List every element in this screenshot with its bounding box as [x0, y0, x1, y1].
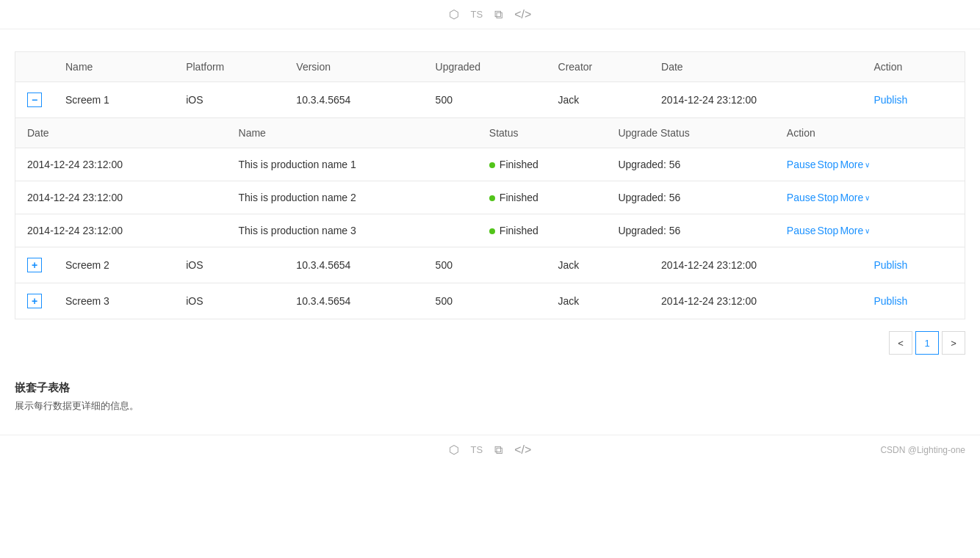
row2-date: 2014-12-24 23:12:00	[649, 247, 862, 283]
expand-button-3[interactable]: +	[27, 294, 42, 308]
action-links-2: Pause Stop More ∨	[787, 192, 953, 203]
sub-col-action: Action	[775, 118, 965, 148]
more-button-3[interactable]: More ∨	[840, 225, 870, 236]
sub-row3-name: This is production name 3	[227, 214, 478, 247]
sub-table-cell: Date Name Status Upgrade Status Action 2…	[15, 118, 965, 247]
row1-platform: iOS	[174, 82, 284, 118]
sub-table-row: 2014-12-24 23:12:00 This is production n…	[15, 214, 965, 247]
pause-button-1[interactable]: Pause	[787, 159, 816, 170]
more-button-2[interactable]: More ∨	[840, 192, 870, 203]
row1-creator: Jack	[547, 82, 650, 118]
sub-row1-upgrade-status: Upgraded: 56	[606, 148, 774, 181]
footer-title: 嵌套子表格	[15, 381, 965, 395]
col-date: Date	[649, 52, 862, 82]
publish-button-3[interactable]: Publish	[873, 295, 907, 307]
more-button-1[interactable]: More ∨	[840, 159, 870, 170]
prev-page-button[interactable]: <	[889, 331, 912, 355]
status-dot-2	[489, 195, 495, 201]
expand-cell-1: −	[15, 82, 54, 118]
row3-platform: iOS	[174, 283, 284, 319]
col-action: Action	[862, 52, 965, 82]
row1-version: 10.3.4.5654	[284, 82, 423, 118]
pause-button-2[interactable]: Pause	[787, 192, 816, 203]
row3-upgraded: 500	[424, 283, 547, 319]
col-platform: Platform	[174, 52, 284, 82]
sub-col-upgrade-status: Upgrade Status	[606, 118, 774, 148]
action-links-3: Pause Stop More ∨	[787, 225, 953, 236]
sub-row1-status: Finished	[478, 148, 607, 181]
sub-table-body: 2014-12-24 23:12:00 This is production n…	[15, 148, 965, 247]
sub-row3-upgrade-status: Upgraded: 56	[606, 214, 774, 247]
page-1-button[interactable]: 1	[915, 331, 939, 355]
bottom-copy-icon[interactable]: ⧉	[494, 443, 502, 457]
pause-button-3[interactable]: Pause	[787, 225, 816, 236]
chevron-down-icon-3: ∨	[865, 227, 870, 235]
expand-button-1[interactable]: −	[27, 93, 42, 107]
publish-button-1[interactable]: Publish	[873, 94, 907, 106]
sub-table-row: 2014-12-24 23:12:00 This is production n…	[15, 148, 965, 181]
sep1: Stop	[818, 159, 839, 170]
chevron-down-icon-1: ∨	[865, 161, 870, 169]
status-dot-3	[489, 228, 495, 234]
col-expand	[15, 52, 54, 82]
sub-row2-date: 2014-12-24 23:12:00	[15, 181, 227, 214]
table-row-2: + Screem 2 iOS 10.3.4.5654 500 Jack 2014…	[15, 247, 965, 283]
row1-name: Screem 1	[54, 82, 174, 118]
main-table: Name Platform Version Upgraded Creator D…	[15, 51, 965, 319]
sub-row2-action: Pause Stop More ∨	[775, 181, 965, 214]
sub-row3-action: Pause Stop More ∨	[775, 214, 965, 247]
sep2: Stop	[818, 192, 839, 203]
sub-table-row: 2014-12-24 23:12:00 This is production n…	[15, 181, 965, 214]
next-page-button[interactable]: >	[942, 331, 965, 355]
col-upgraded: Upgraded	[424, 52, 547, 82]
copy-icon[interactable]: ⧉	[494, 8, 502, 21]
footer-description: 嵌套子表格 展示每行数据更详细的信息。	[15, 366, 965, 420]
row2-platform: iOS	[174, 247, 284, 283]
pagination: < 1 >	[15, 319, 965, 366]
bottom-cube-icon[interactable]: ⬡	[449, 443, 459, 457]
expand-cell-2: +	[15, 247, 54, 283]
sub-col-status: Status	[478, 118, 607, 148]
sub-row2-status: Finished	[478, 181, 607, 214]
col-creator: Creator	[547, 52, 650, 82]
table-row: − Screem 1 iOS 10.3.4.5654 500 Jack 2014…	[15, 82, 965, 118]
sub-row1-date: 2014-12-24 23:12:00	[15, 148, 227, 181]
row3-date: 2014-12-24 23:12:00	[649, 283, 862, 319]
sub-row1-name: This is production name 1	[227, 148, 478, 181]
chevron-down-icon-2: ∨	[865, 194, 870, 202]
sub-row1-action: Pause Stop More ∨	[775, 148, 965, 181]
row2-name: Screem 2	[54, 247, 174, 283]
row2-creator: Jack	[547, 247, 650, 283]
row2-version: 10.3.4.5654	[284, 247, 423, 283]
status-dot-1	[489, 162, 495, 168]
row2-upgraded: 500	[424, 247, 547, 283]
row3-action: Publish	[862, 283, 965, 319]
sub-table: Date Name Status Upgrade Status Action 2…	[15, 118, 965, 247]
bottom-credit: CSDN @Lighting-one	[880, 445, 965, 455]
sub-col-name: Name	[227, 118, 478, 148]
code-icon[interactable]: </>	[514, 8, 531, 21]
bottom-code-icon[interactable]: </>	[514, 443, 531, 457]
row1-action: Publish	[862, 82, 965, 118]
footer-subtitle: 展示每行数据更详细的信息。	[15, 399, 965, 413]
sub-row2-upgrade-status: Upgraded: 56	[606, 181, 774, 214]
row1-date: 2014-12-24 23:12:00	[649, 82, 862, 118]
sub-row3-date: 2014-12-24 23:12:00	[15, 214, 227, 247]
sub-table-wrapper: Date Name Status Upgrade Status Action 2…	[15, 118, 965, 247]
expand-cell-3: +	[15, 283, 54, 319]
row3-creator: Jack	[547, 283, 650, 319]
expand-button-2[interactable]: +	[27, 258, 42, 272]
ts-label[interactable]: TS	[471, 9, 483, 20]
sub-row3-status: Finished	[478, 214, 607, 247]
sub-table-row-1: Date Name Status Upgrade Status Action 2…	[15, 118, 965, 247]
main-content: Name Platform Version Upgraded Creator D…	[0, 29, 980, 435]
sub-row2-name: This is production name 2	[227, 181, 478, 214]
sub-table-header: Date Name Status Upgrade Status Action	[15, 118, 965, 148]
table-row-3: + Screem 3 iOS 10.3.4.5654 500 Jack 2014…	[15, 283, 965, 319]
cube-icon[interactable]: ⬡	[449, 7, 459, 21]
table-body: − Screem 1 iOS 10.3.4.5654 500 Jack 2014…	[15, 82, 965, 319]
table-header: Name Platform Version Upgraded Creator D…	[15, 52, 965, 82]
top-toolbar: ⬡ TS ⧉ </>	[0, 0, 980, 29]
publish-button-2[interactable]: Publish	[873, 259, 907, 271]
bottom-ts-label[interactable]: TS	[471, 444, 483, 455]
